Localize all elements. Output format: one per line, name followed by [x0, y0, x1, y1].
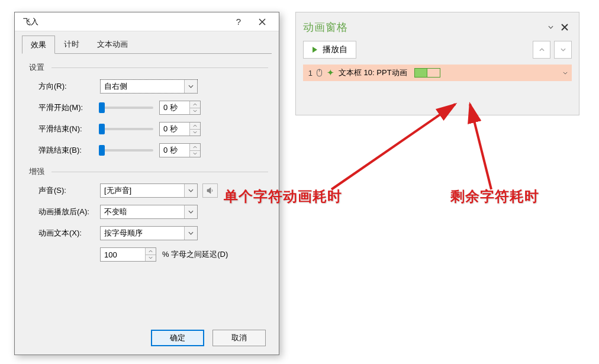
svg-line-2: [331, 104, 455, 189]
annotation-remaining-chars: 剩余字符耗时: [450, 187, 539, 206]
tab-effect[interactable]: 效果: [22, 36, 55, 54]
svg-line-3: [470, 104, 491, 189]
annotation-arrows: [0, 0, 599, 364]
annotation-single-char: 单个字符动画耗时: [224, 187, 342, 206]
